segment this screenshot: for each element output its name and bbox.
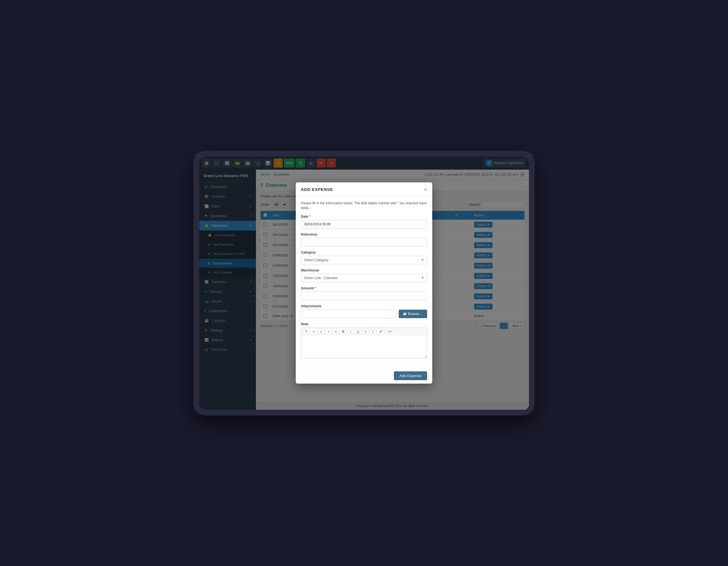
add-expense-button[interactable]: Add Expense [394,371,427,380]
amount-label: Amount * [301,286,427,290]
note-toolbar: ¶ ≡ ≡ ≡ ≡ B I U ≡ ≡ 🔗 </> [301,328,427,336]
warehouse-field-group: Warehouse Green Line - Colombo [301,268,427,282]
note-btn-ul[interactable]: ≡ [369,329,376,334]
tablet-frame: 🏠 🛒 🔄 💳 📅 🖨 📊 ⚠ POS ☰ ▦ ✏ ▪ G Welcome gr… [193,151,535,416]
modal-description: Please fill in the information below. Th… [301,201,427,210]
note-btn-link[interactable]: 🔗 [377,329,385,335]
attachments-field-group: Attachments 📁 Browse ... [301,304,427,318]
note-field-group: Note ¶ ≡ ≡ ≡ ≡ B I U ≡ ≡ 🔗 [301,322,427,359]
warehouse-select[interactable]: Green Line - Colombo [301,274,427,282]
date-label: Date * [301,214,427,218]
amount-field-group: Amount * [301,286,427,300]
reference-input[interactable] [301,238,427,246]
note-btn-bold[interactable]: B [340,329,347,334]
reference-label: Reference [301,232,427,236]
modal-header: ADD EXPENSE × [296,182,432,196]
attachments-row: 📁 Browse ... [301,310,427,318]
tablet-screen: 🏠 🛒 🔄 💳 📅 🖨 📊 ⚠ POS ☰ ▦ ✏ ▪ G Welcome gr… [199,156,529,410]
note-btn-align-left[interactable]: ≡ [310,329,317,334]
modal-overlay[interactable]: ADD EXPENSE × Please fill in the informa… [199,156,529,410]
note-btn-ol[interactable]: ≡ [362,329,369,334]
date-field-group: Date * [301,214,427,228]
browse-button[interactable]: 📁 Browse ... [399,310,427,318]
modal-title: ADD EXPENSE [301,187,333,192]
note-btn-code[interactable]: </> [385,329,394,334]
date-input[interactable] [301,220,427,228]
attachments-label: Attachments [301,304,427,308]
attachments-input[interactable] [301,310,396,318]
warehouse-label: Warehouse [301,268,427,272]
note-btn-align-center[interactable]: ≡ [318,329,324,334]
amount-input[interactable] [301,292,427,300]
reference-field-group: Reference [301,232,427,246]
note-btn-justify[interactable]: ≡ [332,329,339,334]
category-field-group: Category Select Category [301,250,427,264]
note-btn-underline[interactable]: U [355,329,361,334]
note-btn-paragraph[interactable]: ¶ [303,329,310,334]
category-label: Category [301,250,427,254]
category-select[interactable]: Select Category [301,256,427,264]
modal-footer: Add Expense [296,368,432,384]
modal-close-button[interactable]: × [424,186,427,192]
add-expense-modal: ADD EXPENSE × Please fill in the informa… [296,182,432,384]
note-btn-align-right[interactable]: ≡ [325,329,332,334]
modal-body: Please fill in the information below. Th… [296,196,432,368]
note-label: Note [301,322,427,326]
note-textarea[interactable] [301,336,427,358]
note-btn-italic[interactable]: I [347,329,354,334]
